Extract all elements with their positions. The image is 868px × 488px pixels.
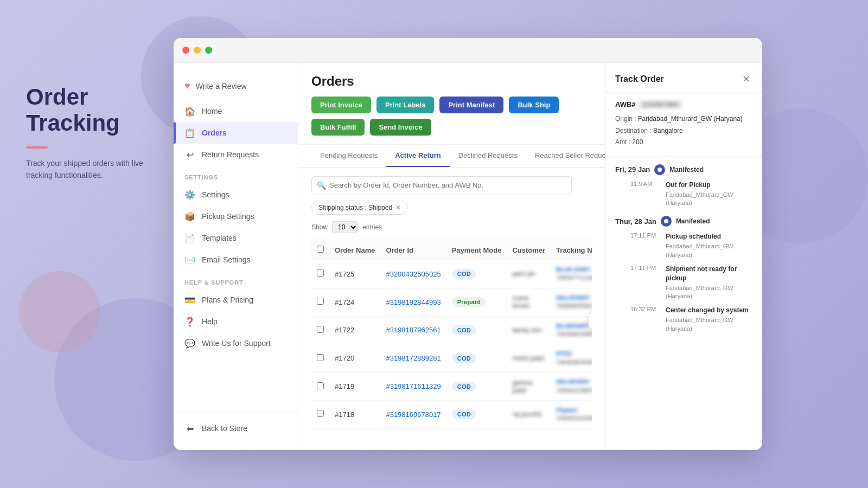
event-title: Center changed by system [666, 306, 752, 315]
amount-row: Amt : 200 [615, 137, 752, 149]
search-input[interactable] [311, 176, 572, 194]
row-checkbox [311, 400, 329, 428]
tab-declined[interactable]: Declined Requests [450, 145, 526, 167]
browser-window: ♥ Write a Review 🏠 Home 📋 Orders ↩ Retur… [174, 38, 762, 450]
row-3-checkbox[interactable] [317, 326, 324, 333]
event-content: Center changed by system Faridabad_Mthur… [666, 306, 752, 333]
event-time: 17:11 PM [630, 232, 660, 259]
row-order-id[interactable]: #3198171611329 [380, 373, 446, 401]
table-row: #1720 #3198172889281 COD mohit patel DTD… [311, 344, 592, 373]
timeline-date-row-2: Thur, 28 Jan Manifested [615, 216, 752, 227]
event-content: Out for Pickup Faridabad_Mthurard_GW (Ha… [666, 181, 752, 208]
timeline-event: 11:9 AM Out for Pickup Faridabad_Mthurar… [615, 181, 752, 208]
show-entries: Show 10 25 50 entries [311, 221, 592, 233]
sidebar-item-pickup-settings[interactable]: 📦 Pickup Settings [174, 206, 298, 227]
sidebar-item-write-review[interactable]: ♥ Write a Review [174, 74, 298, 98]
row-order-name: #1722 [329, 316, 380, 344]
entries-select[interactable]: 10 25 50 [332, 221, 358, 233]
timeline-dot-inner-1 [658, 168, 662, 172]
sidebar-item-return-requests[interactable]: ↩ Return Requests [174, 144, 298, 165]
filter-close-icon[interactable]: ✕ [395, 204, 401, 211]
col-order-id: Order Id [380, 240, 446, 260]
row-customer: becky tom [507, 316, 551, 344]
track-order-panel: Track Order ✕ AWB# 1234567890 Origin : F… [605, 63, 762, 450]
tab-active-return[interactable]: Active Return [386, 145, 450, 167]
plans-icon: 💳 [184, 294, 195, 305]
sidebar-item-email-settings[interactable]: ✉️ Email Settings [174, 249, 298, 271]
track-close-button[interactable]: ✕ [739, 73, 752, 86]
print-manifest-button[interactable]: Print Manifest [439, 97, 503, 113]
sidebar-back-label: Back to Store [202, 424, 247, 433]
show-label: Show [311, 223, 328, 231]
sidebar-plans-label: Plans & Pricing [202, 296, 253, 304]
row-2-checkbox[interactable] [317, 298, 324, 305]
row-6-checkbox[interactable] [317, 410, 324, 417]
search-input-wrap: 🔍 [311, 176, 572, 194]
row-order-id[interactable]: #3198172889281 [380, 344, 446, 373]
minimize-button[interactable] [194, 47, 201, 54]
row-payment-mode: Prepaid [446, 288, 507, 316]
tab-reached-seller[interactable]: Reached Seller Requests [526, 145, 605, 167]
col-customer: Customer [507, 240, 551, 260]
settings-icon: ⚙️ [184, 189, 195, 200]
close-button[interactable] [182, 47, 189, 54]
search-row: 🔍 [311, 176, 592, 194]
tracking-tooltip: - - - ⚠ Unfulfilled [589, 311, 592, 329]
event-content: Pickup scheduled Faridabad_Mthurard_GW (… [666, 232, 752, 259]
row-order-id[interactable]: #3198192844993 [380, 288, 446, 316]
filter-tag-label: Shipping status : Shipped [318, 204, 392, 211]
tracking-sub: 74004771110681 [556, 274, 592, 282]
row-order-id[interactable]: #3198187962561 [380, 316, 446, 344]
row-order-name: #1720 [329, 344, 380, 373]
orders-title: Orders [311, 74, 592, 89]
timeline-dot-inner-2 [664, 219, 668, 223]
row-tracking: Flipkart 74004S101835 [551, 400, 592, 428]
track-order-header: Track Order ✕ [605, 63, 762, 93]
row-5-checkbox[interactable] [317, 382, 324, 389]
timeline-date-row-1: Fri, 29 Jan Manifested [615, 164, 752, 175]
row-1-checkbox[interactable] [317, 269, 324, 277]
maximize-button[interactable] [205, 47, 212, 54]
timeline-day-1: Fri, 29 Jan Manifested 11:9 AM Out for P… [615, 164, 752, 208]
shipping-status-filter[interactable]: Shipping status : Shipped ✕ [311, 201, 408, 215]
orders-panel: Orders Print Invoice Print Labels Print … [298, 63, 605, 450]
pickup-icon: 📦 [184, 211, 195, 222]
back-icon: ⬅ [184, 423, 195, 434]
sidebar-write-review-label: Write a Review [196, 82, 247, 91]
bulk-fulfill-button[interactable]: Bulk Fulfill [311, 119, 365, 136]
row-order-name: #1725 [329, 260, 380, 288]
event-title: Pickup scheduled [666, 232, 752, 241]
sidebar-item-templates[interactable]: 📄 Templates [174, 227, 298, 249]
row-order-id[interactable]: #3200432505025 [380, 260, 446, 288]
table-row: #1725 #3200432505025 COD pam jan BLUE DA… [311, 260, 592, 288]
tracking-number: BLUEDART [556, 322, 592, 330]
select-all-checkbox[interactable] [317, 246, 324, 253]
timeline-date-2: Thur, 28 Jan [615, 217, 656, 226]
send-invoice-button[interactable]: Send Invoice [370, 119, 431, 136]
sidebar-item-help[interactable]: ❓ Help [174, 311, 298, 332]
row-customer: garima patel [507, 373, 551, 401]
sidebar-item-back-to-store[interactable]: ⬅ Back to Store [174, 418, 298, 439]
table-row: #1719 #3198171611329 COD garima patel DE… [311, 373, 592, 401]
event-location: Faridabad_Mthurard_GW (Haryana) [666, 284, 752, 301]
row-payment-mode: COD [446, 400, 507, 428]
print-invoice-button[interactable]: Print Invoice [311, 97, 371, 113]
row-4-checkbox[interactable] [317, 354, 324, 361]
sidebar-item-plans[interactable]: 💳 Plans & Pricing [174, 289, 298, 311]
row-order-name: #1718 [329, 400, 380, 428]
tracking-sub: 74030803946 [556, 330, 592, 338]
sidebar-item-write-support[interactable]: 💬 Write Us for Support [174, 332, 298, 354]
sidebar-item-orders[interactable]: 📋 Orders [174, 122, 298, 144]
tracking-sub: 74004S108971 [556, 387, 592, 395]
bulk-ship-button[interactable]: Bulk Ship [509, 97, 559, 113]
sidebar-item-home[interactable]: 🏠 Home [174, 100, 298, 122]
sidebar-item-settings[interactable]: ⚙️ Settings [174, 184, 298, 206]
help-section-label: HELP & SUPPORT [174, 271, 298, 289]
row-order-id[interactable]: #3198169678017 [380, 400, 446, 428]
tracking-number: BLUE DART [556, 266, 592, 274]
row-checkbox [311, 373, 329, 401]
tab-pending[interactable]: Pending Requests [311, 145, 386, 167]
print-labels-button[interactable]: Print Labels [376, 97, 434, 113]
return-icon: ↩ [184, 149, 195, 160]
timeline: Fri, 29 Jan Manifested 11:9 AM Out for P… [605, 157, 762, 349]
